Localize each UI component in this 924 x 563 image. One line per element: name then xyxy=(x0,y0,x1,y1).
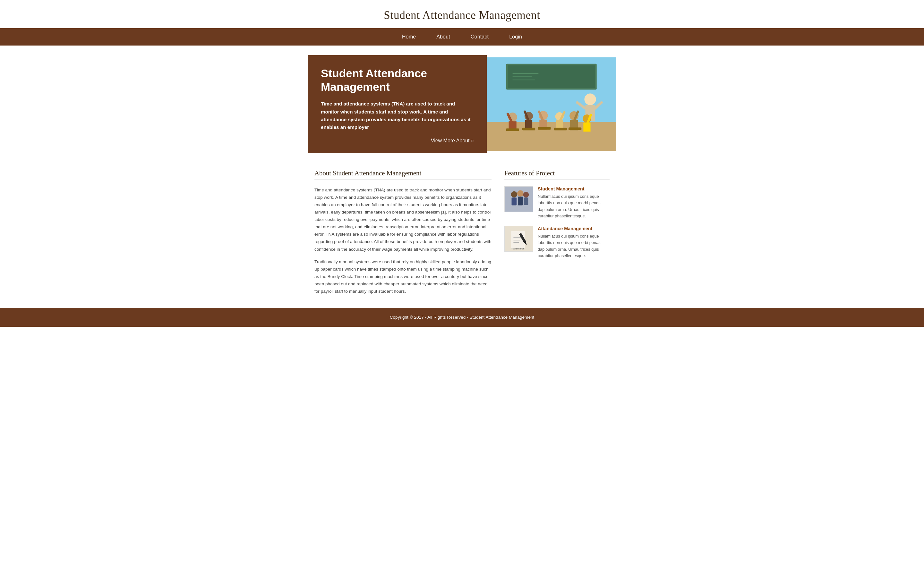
main-content: About Student Attendance Management Time… xyxy=(308,163,616,308)
svg-rect-26 xyxy=(506,128,519,131)
hero-title: Student Attendance Management xyxy=(321,67,474,94)
hero-image xyxy=(487,55,616,153)
svg-rect-6 xyxy=(487,122,616,151)
feature-desc-0: Nullamlacus dui ipsum cons eque lobortti… xyxy=(538,193,610,220)
feature-name-0: Student Management xyxy=(538,186,610,192)
svg-rect-38 xyxy=(518,196,523,205)
svg-point-35 xyxy=(511,191,518,198)
about-text: Time and attendance systems (TNA) are us… xyxy=(314,186,492,295)
svg-rect-30 xyxy=(568,127,581,130)
hero-banner: Student Attendance Management Time and a… xyxy=(308,55,616,153)
svg-rect-29 xyxy=(554,127,567,130)
hero-description: Time and attendance systems (TNA) are us… xyxy=(321,100,474,131)
classroom-illustration xyxy=(487,55,616,153)
features-section: Features of Project Student ManagementNu… xyxy=(504,169,610,295)
svg-rect-27 xyxy=(522,127,535,130)
nav-item-login[interactable]: Login xyxy=(499,28,532,45)
svg-point-7 xyxy=(584,94,596,105)
view-more-about-link[interactable]: View More About » xyxy=(431,138,474,144)
svg-point-37 xyxy=(517,190,524,196)
svg-rect-28 xyxy=(538,127,550,130)
feature-item-1: Attendance Attandance ManagementNullamla… xyxy=(504,226,610,259)
features-list: Student ManagementNullamlacus dui ipsum … xyxy=(504,186,610,259)
site-title: Student Attendance Management xyxy=(6,9,918,22)
about-section-title: About Student Attendance Management xyxy=(314,169,492,180)
svg-point-39 xyxy=(523,192,529,198)
site-header: Student Attendance Management xyxy=(0,0,924,28)
features-section-title: Features of Project xyxy=(504,169,610,180)
about-paragraph-1: Time and attendance systems (TNA) are us… xyxy=(314,186,492,253)
nav-item-contact[interactable]: Contact xyxy=(460,28,499,45)
svg-text:Attendance: Attendance xyxy=(513,247,525,250)
feature-text-0: Student ManagementNullamlacus dui ipsum … xyxy=(538,186,610,220)
main-nav: HomeAboutContactLogin xyxy=(0,28,924,45)
feature-text-1: Attandance ManagementNullamlacus dui ips… xyxy=(538,226,610,259)
site-footer: Copyright © 2017 - All Rights Reserved -… xyxy=(0,308,924,327)
nav-item-home[interactable]: Home xyxy=(392,28,426,45)
nav-item-about[interactable]: About xyxy=(426,28,460,45)
footer-text: Copyright © 2017 - All Rights Reserved -… xyxy=(390,315,534,320)
about-section: About Student Attendance Management Time… xyxy=(314,169,492,295)
feature-image-0 xyxy=(504,186,533,212)
feature-name-1: Attandance Management xyxy=(538,226,610,231)
feature-item-0: Student ManagementNullamlacus dui ipsum … xyxy=(504,186,610,220)
about-paragraph-2: Traditionally manual systems were used t… xyxy=(314,258,492,295)
svg-rect-40 xyxy=(524,198,528,205)
feature-image-1: Attendance xyxy=(504,226,533,252)
feature-desc-1: Nullamlacus dui ipsum cons eque lobortti… xyxy=(538,233,610,259)
hero-left-panel: Student Attendance Management Time and a… xyxy=(308,55,487,153)
svg-rect-36 xyxy=(512,198,517,205)
